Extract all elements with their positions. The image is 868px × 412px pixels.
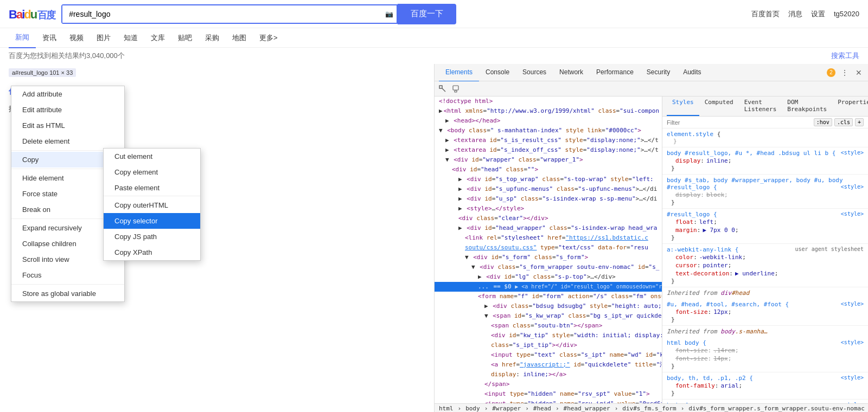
css-tab-styles[interactable]: Styles bbox=[667, 96, 699, 116]
top-link-settings[interactable]: 设置 bbox=[811, 9, 825, 19]
elem-rsv-spt[interactable]: <input type="hidden" name="rsv_spt" valu… bbox=[435, 389, 662, 399]
css-source-5[interactable]: <style> bbox=[841, 301, 864, 307]
nav-tupian[interactable]: 图片 bbox=[90, 28, 117, 48]
css-prop-font-size-14rem: font-size: .14rem; bbox=[667, 346, 864, 355]
breadcrumb-wrapper[interactable]: #wrapper bbox=[492, 405, 521, 412]
elem-soutu-btn[interactable]: <span class="soutu-btn"></span> bbox=[435, 321, 662, 331]
breadcrumb-s-form[interactable]: div#s_fm.s_form bbox=[622, 405, 676, 412]
inspect-icon[interactable] bbox=[438, 84, 448, 94]
elem-quickdelete2[interactable]: display: inline;></a> bbox=[435, 370, 662, 379]
css-rule-4: a:-webkit-any-link { user agent styleshe… bbox=[662, 244, 868, 287]
elem-head-wrapper[interactable]: ▶ <div id="head_wrapper" class="s-isinde… bbox=[435, 223, 662, 233]
device-toolbar-icon[interactable] bbox=[451, 84, 461, 94]
devtools-more-icon[interactable]: ⋮ bbox=[840, 68, 850, 78]
elem-html[interactable]: ▶<html xmlns="http://www.w3.org/1999/xht… bbox=[435, 106, 662, 116]
nav-wenku[interactable]: 文库 bbox=[144, 28, 171, 48]
elem-result-logo[interactable]: ... == $0 ▶ <a href="/" id="result_logo"… bbox=[435, 282, 662, 292]
nav-ditu[interactable]: 地图 bbox=[226, 28, 253, 48]
elem-doctype[interactable]: <!doctype html> bbox=[435, 96, 662, 106]
css-tab-properties[interactable]: Properties bbox=[832, 96, 868, 116]
breadcrumb-head[interactable]: #head bbox=[533, 405, 551, 412]
elem-kw-tip2[interactable]: class="s_ipt_tip"></div> bbox=[435, 340, 662, 350]
submenu-paste-element[interactable]: Paste element bbox=[104, 180, 200, 196]
elem-s-top-wrap[interactable]: ▶ <div id="s_top_wrap" class="s-top-wrap… bbox=[435, 175, 662, 184]
tab-audits[interactable]: Audits bbox=[676, 63, 707, 82]
elem-lg[interactable]: ▶ <div id="lg" class="s-p-top">…</div> bbox=[435, 272, 662, 282]
elem-s-form-wrapper[interactable]: ▼ <div class="s_form_wrapper soutu-env-n… bbox=[435, 262, 662, 272]
css-tab-event-listeners[interactable]: Event Listeners bbox=[739, 96, 782, 116]
badge-plus[interactable]: + bbox=[855, 118, 864, 126]
css-tab-computed[interactable]: Computed bbox=[699, 96, 739, 116]
css-selector-6: html body { <style> bbox=[667, 339, 864, 346]
elem-textarea1[interactable]: ▶ <textarea id="s_is_result_css" style="… bbox=[435, 136, 662, 145]
tab-security[interactable]: Security bbox=[640, 63, 676, 82]
elem-kw-tip[interactable]: <div id="kw_tip" style="width: initial; … bbox=[435, 331, 662, 340]
tab-performance[interactable]: Performance bbox=[590, 63, 640, 82]
elem-link2[interactable]: soutu/css/soutu.css" type="text/css" dat… bbox=[435, 243, 662, 253]
menu-edit-attribute[interactable]: Edit attribute bbox=[11, 102, 124, 118]
submenu-copy-selector[interactable]: Copy selector bbox=[104, 213, 200, 229]
elem-style[interactable]: ▶ <style>…</style> bbox=[435, 204, 662, 214]
css-source-6[interactable]: <style> bbox=[841, 339, 864, 345]
submenu-cut-element[interactable]: Cut element bbox=[104, 149, 200, 164]
submenu-copy-outerhtml[interactable]: Copy outerHTML bbox=[104, 197, 200, 213]
tab-network[interactable]: Network bbox=[553, 63, 590, 82]
camera-icon[interactable]: 📷 bbox=[382, 7, 397, 21]
menu-store-global[interactable]: Store as global variable bbox=[11, 286, 124, 301]
elem-textarea2[interactable]: ▶ <textarea id="s_index_off_css" style="… bbox=[435, 145, 662, 155]
top-link-home[interactable]: 百度首页 bbox=[751, 9, 780, 19]
badge-hov[interactable]: :hov bbox=[814, 118, 832, 126]
elem-input-kw[interactable]: <input type="text" class="s_ipt" name="w… bbox=[435, 350, 662, 360]
elem-u-sp[interactable]: ▶ <div id="u_sp" class="s-isindex-wrap s… bbox=[435, 194, 662, 204]
elem-span-close[interactable]: </span> bbox=[435, 379, 662, 389]
elem-body[interactable]: ▼ <body class=" s-manhattan-index" style… bbox=[435, 126, 662, 136]
elem-head[interactable]: ▶ <head></head> bbox=[435, 116, 662, 126]
top-link-user[interactable]: tg52020 bbox=[834, 10, 859, 18]
elem-wrapper[interactable]: ▼ <div id="wrapper" class="wrapper_1"> bbox=[435, 155, 662, 165]
menu-edit-html[interactable]: Edit as HTML bbox=[11, 118, 124, 133]
css-source-7[interactable]: <style> bbox=[841, 375, 864, 381]
top-link-messages[interactable]: 消息 bbox=[788, 9, 802, 19]
nav-zixun[interactable]: 资讯 bbox=[36, 28, 63, 48]
submenu-copy-xpath[interactable]: Copy XPath bbox=[104, 244, 200, 260]
breadcrumb-head-wrapper[interactable]: #head_wrapper bbox=[564, 405, 610, 412]
css-source-3[interactable]: <style> bbox=[841, 211, 864, 217]
tab-console[interactable]: Console bbox=[479, 63, 516, 82]
elem-form[interactable]: <form name="f" id="form" action="/s" cla… bbox=[435, 292, 662, 301]
menu-add-attribute[interactable]: Add attribute bbox=[11, 86, 124, 102]
nav-cai[interactable]: 采购 bbox=[199, 28, 226, 48]
css-filter-input[interactable] bbox=[667, 119, 814, 126]
nav-more[interactable]: 更多> bbox=[253, 28, 284, 48]
nav-zhidao[interactable]: 知道 bbox=[117, 28, 144, 48]
elem-s-form[interactable]: ▼ <div id="s_form" class="s_form"> bbox=[435, 253, 662, 262]
submenu-copy-js-path[interactable]: Copy JS path bbox=[104, 229, 200, 244]
elem-upfunc-menus[interactable]: ▶ <div id="s_upfunc-menus" class="s-upfu… bbox=[435, 184, 662, 194]
breadcrumb-body[interactable]: body bbox=[465, 405, 480, 412]
elem-rsv-iqid[interactable]: <input type="hidden" name="rsv_iqid" val… bbox=[435, 399, 662, 403]
search-input[interactable]: #result_logo bbox=[62, 5, 382, 23]
css-tab-dom-breakpoints[interactable]: DOM Breakpoints bbox=[782, 96, 832, 116]
css-source-2[interactable]: <style> bbox=[841, 184, 864, 190]
breadcrumb-html[interactable]: html bbox=[439, 405, 454, 412]
badge-cls[interactable]: .cls bbox=[834, 118, 853, 126]
elem-link[interactable]: <link rel="stylesheet" href="https://ss1… bbox=[435, 233, 662, 243]
tab-sources[interactable]: Sources bbox=[516, 63, 553, 82]
search-button[interactable]: 百度一下 bbox=[398, 4, 456, 24]
menu-focus[interactable]: Focus bbox=[11, 267, 124, 283]
css-source-1[interactable]: <style> bbox=[841, 150, 864, 156]
nav-xinwen[interactable]: 新闻 bbox=[9, 28, 36, 48]
devtools-close-icon[interactable]: ✕ bbox=[854, 68, 864, 78]
elem-bdsug[interactable]: ▶ <div class="bdsug bdsugbg" style="heig… bbox=[435, 301, 662, 311]
elem-clear[interactable]: <div class="clear"></div> bbox=[435, 214, 662, 223]
submenu-copy-element[interactable]: Copy element bbox=[104, 164, 200, 180]
nav-shipin[interactable]: 视频 bbox=[63, 28, 90, 48]
search-tools[interactable]: 搜索工具 bbox=[831, 51, 859, 61]
menu-delete-element[interactable]: Delete element bbox=[11, 133, 124, 149]
nav-tieba[interactable]: 贴吧 bbox=[171, 28, 199, 48]
elem-quickdelete[interactable]: <a href="javascript:;" id="quickdelete" … bbox=[435, 360, 662, 370]
elem-head-div[interactable]: <div id="head" class=""> bbox=[435, 165, 662, 175]
elem-kw-wrap[interactable]: ▼ <span id="s_kw_wrap" class="bg s_ipt_w… bbox=[435, 311, 662, 321]
breadcrumb-form-wrapper[interactable]: div#s_form_wrapper.s_form_wrapper.soutu-… bbox=[688, 405, 865, 412]
tab-elements[interactable]: Elements bbox=[439, 63, 479, 82]
page-content: a#result_logo 101 × 33 你可以查看：英文结果 搜索结果占位… bbox=[0, 64, 434, 412]
